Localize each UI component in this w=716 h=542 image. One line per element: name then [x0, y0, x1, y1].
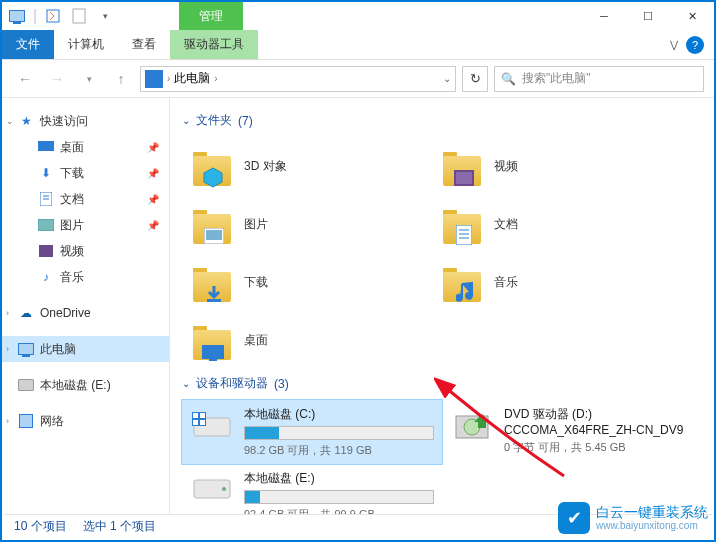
- navigation-pane: ⌄ ★ 快速访问 桌面 📌 ⬇ 下载 📌 文档 📌 图片 📌 视频: [2, 98, 170, 516]
- pin-icon: 📌: [147, 220, 159, 231]
- close-button[interactable]: ✕: [670, 2, 714, 30]
- folder-icon: [440, 144, 484, 188]
- sidebar-onedrive[interactable]: › ☁ OneDrive: [2, 300, 169, 326]
- disk-icon: [18, 377, 34, 393]
- sidebar-local-disk-e[interactable]: 本地磁盘 (E:): [2, 372, 169, 398]
- svg-rect-25: [200, 420, 205, 425]
- folder-item[interactable]: 桌面: [182, 311, 432, 369]
- breadcrumb-location[interactable]: 此电脑: [174, 70, 210, 87]
- drive-name: DVD 驱动器 (D:) CCCOMA_X64FRE_ZH-CN_DV9: [504, 406, 694, 437]
- drive-item[interactable]: DVD 驱动器 (D:) CCCOMA_X64FRE_ZH-CN_DV90 字节…: [442, 400, 702, 464]
- svg-rect-0: [47, 10, 59, 22]
- svg-point-29: [222, 487, 226, 491]
- sidebar-item-desktop[interactable]: 桌面 📌: [2, 134, 169, 160]
- group-folders-header[interactable]: ⌄ 文件夹 (7): [182, 112, 702, 129]
- group-devices-header[interactable]: ⌄ 设备和驱动器 (3): [182, 375, 702, 392]
- drive-stats: 98.2 GB 可用，共 119 GB: [244, 443, 434, 458]
- help-icon[interactable]: ?: [686, 36, 704, 54]
- tab-computer[interactable]: 计算机: [54, 30, 118, 59]
- titlebar: | ▾ 此电脑 ─ ☐ ✕: [2, 2, 714, 30]
- folder-item[interactable]: 3D 对象: [182, 137, 432, 195]
- qat-pc-icon[interactable]: [6, 5, 28, 27]
- videos-icon: [38, 243, 54, 259]
- svg-rect-22: [193, 413, 198, 418]
- ribbon-collapse-icon[interactable]: ⋁: [670, 39, 678, 50]
- svg-rect-1: [73, 9, 85, 23]
- search-input[interactable]: 🔍 搜索"此电脑": [494, 66, 704, 92]
- expand-caret-icon[interactable]: ›: [6, 308, 16, 318]
- folder-icon: [440, 260, 484, 304]
- pin-icon: 📌: [147, 168, 159, 179]
- cloud-icon: ☁: [18, 305, 34, 321]
- folder-label: 下载: [244, 274, 268, 291]
- sidebar-this-pc[interactable]: › 此电脑: [2, 336, 169, 362]
- sidebar-item-downloads[interactable]: ⬇ 下载 📌: [2, 160, 169, 186]
- sidebar-network[interactable]: › 网络: [2, 408, 169, 434]
- folder-item[interactable]: 图片: [182, 195, 432, 253]
- tab-drive-tools[interactable]: 驱动器工具: [170, 30, 258, 59]
- sidebar-quick-access[interactable]: ⌄ ★ 快速访问: [2, 108, 169, 134]
- svg-rect-10: [456, 172, 472, 184]
- folder-icon: [190, 202, 234, 246]
- sidebar-item-documents[interactable]: 文档 📌: [2, 186, 169, 212]
- folder-icon: [440, 202, 484, 246]
- expand-caret-icon[interactable]: ›: [6, 344, 16, 354]
- drive-item[interactable]: 本地磁盘 (E:)92.4 GB 可用，共 99.9 GB: [182, 464, 442, 516]
- folder-icon: [190, 318, 234, 362]
- folder-item[interactable]: 文档: [432, 195, 682, 253]
- folder-label: 桌面: [244, 332, 268, 349]
- minimize-button[interactable]: ─: [582, 2, 626, 30]
- tab-view[interactable]: 查看: [118, 30, 170, 59]
- folder-label: 音乐: [494, 274, 518, 291]
- sidebar-item-videos[interactable]: 视频: [2, 238, 169, 264]
- ribbon-context-manage: 管理: [179, 2, 243, 30]
- ribbon-tabs: 管理 文件 计算机 查看 驱动器工具 ⋁ ?: [2, 30, 714, 60]
- sidebar-item-pictures[interactable]: 图片 📌: [2, 212, 169, 238]
- folder-item[interactable]: 音乐: [432, 253, 682, 311]
- folder-label: 图片: [244, 216, 268, 233]
- folder-icon: [190, 260, 234, 304]
- sidebar-item-music[interactable]: ♪ 音乐: [2, 264, 169, 290]
- qat-new-icon[interactable]: [68, 5, 90, 27]
- qat-properties-icon[interactable]: [42, 5, 64, 27]
- breadcrumb-pc-icon: [145, 70, 163, 88]
- svg-rect-2: [38, 141, 54, 151]
- drive-item[interactable]: 本地磁盘 (C:)98.2 GB 可用，共 119 GB: [182, 400, 442, 464]
- drive-icon: [190, 472, 234, 506]
- svg-rect-18: [202, 345, 224, 359]
- search-icon: 🔍: [501, 72, 516, 86]
- status-item-count: 10 个项目: [14, 518, 67, 535]
- drive-usage-bar: [244, 426, 434, 440]
- drive-usage-bar: [244, 490, 434, 504]
- svg-rect-6: [38, 219, 54, 231]
- refresh-button[interactable]: ↻: [462, 66, 488, 92]
- search-placeholder: 搜索"此电脑": [522, 70, 591, 87]
- breadcrumb[interactable]: › 此电脑 › ⌄: [140, 66, 456, 92]
- nav-forward-button[interactable]: →: [44, 66, 70, 92]
- folder-label: 视频: [494, 158, 518, 175]
- maximize-button[interactable]: ☐: [626, 2, 670, 30]
- chevron-down-icon: ⌄: [182, 115, 190, 126]
- folder-label: 3D 对象: [244, 158, 287, 175]
- nav-history-dropdown[interactable]: ▾: [76, 66, 102, 92]
- star-icon: ★: [18, 113, 34, 129]
- chevron-down-icon: ⌄: [182, 378, 190, 389]
- breadcrumb-dropdown-icon[interactable]: ⌄: [443, 73, 451, 84]
- chevron-right-icon[interactable]: ›: [214, 73, 217, 84]
- folder-item[interactable]: 下载: [182, 253, 432, 311]
- expand-caret-icon[interactable]: ›: [6, 416, 16, 426]
- statusbar: 10 个项目 选中 1 个项目: [4, 514, 712, 538]
- desktop-icon: [38, 139, 54, 155]
- pin-icon: 📌: [147, 142, 159, 153]
- nav-back-button[interactable]: ←: [12, 66, 38, 92]
- folder-item[interactable]: 视频: [432, 137, 682, 195]
- expand-caret-icon[interactable]: ⌄: [6, 116, 16, 126]
- qat-dropdown-icon[interactable]: ▾: [94, 5, 116, 27]
- file-tab[interactable]: 文件: [2, 30, 54, 59]
- nav-up-button[interactable]: ↑: [108, 66, 134, 92]
- drive-name: 本地磁盘 (C:): [244, 406, 434, 423]
- network-icon: [18, 413, 34, 429]
- svg-rect-13: [456, 225, 472, 245]
- chevron-right-icon[interactable]: ›: [167, 73, 170, 84]
- pictures-icon: [38, 217, 54, 233]
